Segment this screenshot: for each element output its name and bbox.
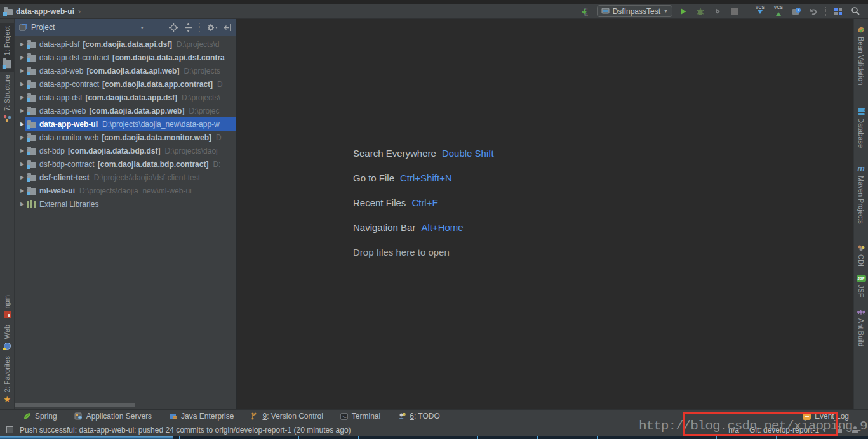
- expand-arrow-icon[interactable]: ▶: [17, 81, 27, 87]
- stripe-tab-structure[interactable]: 7: Structure: [0, 72, 14, 126]
- arrow-up-icon: [776, 10, 781, 16]
- tree-item-name: data-app-web: [39, 107, 86, 115]
- tree-item[interactable]: ▶data-api-web[com.daojia.data.api.web]D:…: [15, 64, 236, 77]
- stripe-tab-npm[interactable]: npm: [0, 292, 14, 322]
- expand-arrow-icon[interactable]: ▶: [17, 41, 27, 47]
- tree-item[interactable]: ▶data-monitor-web[com.daojia.data.monito…: [15, 131, 236, 144]
- tree-item-external-libraries[interactable]: ▶External Libraries: [15, 197, 236, 211]
- stripe-tab-project[interactable]: 1: Project: [0, 23, 14, 72]
- tree-item-path: D:\projects\daojia\dsf-client-test: [94, 173, 200, 182]
- module-folder-icon: [27, 69, 36, 75]
- vcs-update-button[interactable]: VCS: [753, 6, 767, 17]
- changes-view-button[interactable]: [832, 5, 845, 18]
- expand-arrow-icon[interactable]: ▶: [17, 148, 27, 154]
- tab-todo[interactable]: 6: TODO: [397, 412, 440, 421]
- stripe-tab-database[interactable]: Database: [854, 105, 868, 151]
- tree-item-module: [com.daojia.data.api.web]: [86, 67, 179, 75]
- stripe-tab-favorites[interactable]: 2: Favorites ★: [0, 353, 14, 407]
- expand-arrow-icon[interactable]: ▶: [17, 121, 27, 127]
- tree-item[interactable]: ▶data-api-dsf-contract[com.daojia.data.a…: [15, 51, 236, 64]
- event-log-button[interactable]: Event Log: [803, 412, 849, 421]
- vcs-commit-button[interactable]: VCS: [771, 6, 785, 17]
- stop-button[interactable]: [728, 5, 741, 18]
- shortcut-line: Search EverywhereDouble Shift: [353, 148, 494, 173]
- tree-item[interactable]: ▶data-app-dsf[com.daojia.data.app.dsf]D:…: [15, 91, 236, 104]
- recent-changes-button[interactable]: [790, 5, 803, 18]
- git-branch-label: Git: develop-report-1: [749, 426, 819, 435]
- expand-arrow-icon[interactable]: ▶: [17, 108, 27, 114]
- arrow-down-icon: [758, 10, 763, 16]
- chevron-down-icon: ▼: [664, 9, 668, 13]
- stripe-tab-label: Ant Build: [857, 318, 865, 346]
- make-project-button[interactable]: 0101: [580, 5, 592, 18]
- highlighting-level-icon[interactable]: [852, 426, 858, 433]
- globe-icon: [4, 343, 11, 350]
- shortcut-label: Navigation Bar: [353, 222, 415, 233]
- search-everywhere-icon[interactable]: [849, 5, 862, 18]
- tree-item[interactable]: ▶data-api-dsf[com.daojia.data.api.dsf]D:…: [15, 37, 236, 51]
- tree-item[interactable]: ▶ml-web-uiD:\projects\daojia_new\ml-web-…: [15, 184, 236, 197]
- horizontal-scrollbar[interactable]: [15, 403, 135, 407]
- tree-item[interactable]: ▶data-app-web[com.daojia.data.app.web]D:…: [15, 104, 236, 117]
- toolbar-separator: [747, 7, 747, 16]
- module-folder-icon: [27, 82, 36, 88]
- tab-version-control[interactable]: 9: Version Control: [251, 412, 323, 421]
- tab-application-servers[interactable]: Application Servers: [74, 412, 152, 421]
- bottom-toolwindow-bar: Spring Application Servers Java Enterpri…: [0, 409, 868, 423]
- shortcut-line: Navigation BarAlt+Home: [353, 222, 494, 247]
- stripe-tab-label: 2: Favorites: [3, 356, 11, 392]
- hide-toolwindow-icon[interactable]: [224, 23, 232, 32]
- run-configuration-selector[interactable]: DsfInpassTest ▼: [597, 5, 672, 17]
- expand-arrow-icon[interactable]: ▶: [17, 55, 27, 60]
- stripe-tab-cdi[interactable]: CDI: [854, 241, 868, 270]
- locate-icon[interactable]: [169, 23, 178, 32]
- chevron-down-icon[interactable]: ▼: [140, 25, 144, 30]
- empty-editor-shortcuts: Search EverywhereDouble Shift Go to File…: [353, 148, 494, 272]
- tree-item-selected[interactable]: ▶data-app-web-uiD:\projects\daojia_new\d…: [15, 117, 236, 131]
- debug-button[interactable]: [694, 5, 707, 18]
- tree-item-name: data-api-web: [39, 67, 83, 75]
- tree-item[interactable]: ▶dsf-client-testD:\projects\daojia\dsf-c…: [15, 171, 236, 184]
- run-with-coverage-button[interactable]: [711, 5, 724, 18]
- breadcrumb[interactable]: data-app-web-ui: [16, 7, 74, 16]
- tree-item-module: [com.daojia.data.api.dsf.contra: [112, 53, 225, 62]
- expand-arrow-icon[interactable]: ▶: [17, 174, 27, 180]
- tree-item-name: dsf-bdp: [39, 147, 65, 155]
- stripe-tab-jsf[interactable]: JSF JSF: [854, 272, 868, 301]
- collapse-all-icon[interactable]: [184, 23, 193, 32]
- tree-item-name: data-monitor-web: [39, 133, 98, 142]
- expand-arrow-icon[interactable]: ▶: [17, 134, 27, 140]
- ant-icon: [857, 309, 865, 315]
- tree-item[interactable]: ▶dsf-bdp[com.daojia.data.bdp.dsf]D:\proj…: [15, 144, 236, 157]
- expand-arrow-icon[interactable]: ▶: [17, 201, 27, 207]
- expand-arrow-icon[interactable]: ▶: [17, 68, 27, 74]
- stripe-tab-maven-projects[interactable]: m Maven Projects: [854, 161, 868, 227]
- stripe-tab-bean-validation[interactable]: Bean Validation: [854, 23, 868, 88]
- gear-icon[interactable]: [206, 23, 218, 32]
- expand-arrow-icon[interactable]: ▶: [17, 161, 27, 167]
- expand-arrow-icon[interactable]: ▶: [17, 95, 27, 100]
- git-branch-widget[interactable]: Git: develop-report-1 ▼: [749, 426, 826, 435]
- run-button[interactable]: [677, 5, 690, 18]
- stripe-tab-ant-build[interactable]: Ant Build: [854, 306, 868, 350]
- breadcrumb-chevron-icon: ›: [78, 7, 81, 16]
- toolwindow-toggle-icon[interactable]: [6, 426, 13, 433]
- tab-spring[interactable]: Spring: [23, 412, 57, 421]
- tree-item-name: dsf-bdp-contract: [39, 160, 95, 169]
- expand-arrow-icon[interactable]: ▶: [17, 188, 27, 193]
- undo-button[interactable]: [807, 5, 820, 18]
- java-enterprise-icon: [169, 412, 177, 420]
- shortcut-keys: Ctrl+E: [411, 197, 438, 208]
- tab-terminal[interactable]: >_ Terminal: [340, 412, 380, 421]
- stripe-tab-label: Database: [857, 118, 865, 148]
- left-stripe-bottom-group: npm Web 2: Favorites ★: [0, 292, 14, 407]
- stripe-tab-web[interactable]: Web: [0, 322, 14, 352]
- tree-item[interactable]: ▶data-app-contract[com.daojia.data.app.c…: [15, 77, 236, 91]
- project-folder-icon: [3, 60, 11, 69]
- caret-position-widget[interactable]: n/a: [728, 426, 739, 435]
- tree-item[interactable]: ▶dsf-bdp-contract[com.daojia.data.bdp.co…: [15, 157, 236, 171]
- jsf-icon: JSF: [857, 275, 866, 282]
- lock-icon[interactable]: [836, 429, 842, 433]
- tab-java-enterprise[interactable]: Java Enterprise: [169, 412, 234, 421]
- tree-item-module: [com.daojia.data.api.dsf]: [83, 40, 172, 49]
